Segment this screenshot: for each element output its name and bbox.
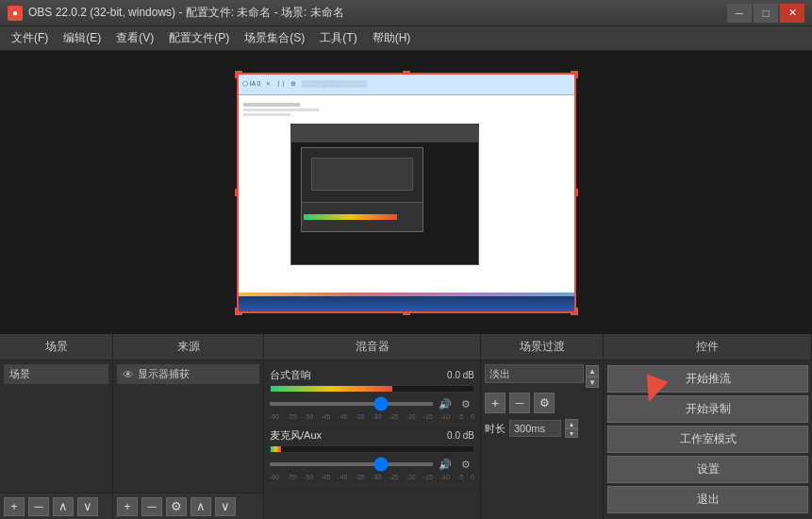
menu-sceneset[interactable]: 场景集合(S) (237, 27, 312, 49)
preview-taskbar (239, 296, 574, 311)
close-button[interactable]: ✕ (780, 4, 804, 23)
mixer-desktop-mute-button[interactable]: 🔊 (437, 395, 454, 412)
scene-up-button[interactable]: ∧ (53, 497, 74, 516)
source-remove-button[interactable]: ─ (141, 497, 162, 516)
duration-down-button[interactable]: ▼ (565, 428, 578, 438)
source-add-button[interactable]: + (117, 497, 138, 516)
preview-obs-window (290, 124, 479, 265)
header-source: 来源 (113, 334, 264, 360)
source-gear-button[interactable]: ⚙ (166, 497, 187, 516)
mixer-mic-header: 麦克风/Aux 0.0 dB (270, 428, 474, 443)
window-controls: ─ □ ✕ (727, 4, 804, 23)
mixer-mic-label: 麦克风/Aux (270, 428, 322, 443)
scene-remove-button[interactable]: ─ (28, 497, 49, 516)
preview-obs-inner (291, 142, 478, 264)
controls-content: 开始推流 开始录制 工作室模式 设置 退出 (604, 360, 812, 519)
controls-section: 开始推流 开始录制 工作室模式 设置 退出 (604, 360, 812, 519)
duration-spin: ▲ ▼ (565, 419, 578, 438)
mixer-content: 台式音响 0.0 dB 🔊 ⚙ -60-55-50-45-40-35-30-25… (264, 360, 480, 519)
preview-nested-window (301, 147, 423, 232)
preview-canvas[interactable]: ⬡ IA 0 × ⟨ ⟩ ⊕ ░░░░░░░░░░░░░░ (237, 73, 576, 313)
mixer-mic-gear-button[interactable]: ⚙ (457, 456, 474, 473)
source-visibility-icon[interactable]: 👁 (123, 368, 134, 381)
mixer-section: 台式音响 0.0 dB 🔊 ⚙ -60-55-50-45-40-35-30-25… (264, 360, 481, 519)
panel-content: 场景 + ─ ∧ ∨ 👁 显示器捕获 + ─ ⚙ ∧ ∨ (0, 360, 812, 519)
mixer-mic-controls: 🔊 ⚙ (270, 456, 474, 473)
scene-footer: + ─ ∧ ∨ (0, 493, 112, 519)
titlebar: ● OBS 22.0.2 (32-bit, windows) - 配置文件: 未… (0, 0, 812, 26)
transition-add-row: + ─ ⚙ (485, 393, 599, 413)
source-item-label: 显示器捕获 (138, 367, 190, 381)
mixer-mic-scale: -60-55-50-45-40-35-30-25-20-15-10-50 (270, 474, 474, 480)
scene-add-button[interactable]: + (4, 497, 25, 516)
source-section: 👁 显示器捕获 + ─ ⚙ ∧ ∨ (113, 360, 264, 519)
source-up-button[interactable]: ∧ (191, 497, 211, 516)
mixer-mic-meter (270, 445, 474, 453)
maximize-button[interactable]: □ (754, 4, 778, 23)
transition-select-row: 淡出 ▲ ▼ (485, 364, 599, 389)
transition-spin-buttons: ▲ ▼ (586, 365, 599, 388)
panel-headers: 场景 来源 混音器 场景过渡 控件 (0, 334, 812, 360)
start-stream-button[interactable]: 开始推流 (607, 365, 808, 393)
minimize-button[interactable]: ─ (727, 4, 752, 23)
mixer-desktop-db: 0.0 dB (447, 370, 474, 380)
preview-area: ⬡ IA 0 × ⟨ ⟩ ⊕ ░░░░░░░░░░░░░░ (0, 51, 812, 334)
mixer-mic-db: 0.0 dB (447, 430, 474, 441)
preview-browser-bar: ⬡ IA 0 × ⟨ ⟩ ⊕ ░░░░░░░░░░░░░░ (239, 75, 574, 95)
header-mixer: 混音器 (264, 334, 481, 360)
settings-button[interactable]: 设置 (607, 456, 808, 483)
menu-tools[interactable]: 工具(T) (312, 27, 364, 49)
source-down-button[interactable]: ∨ (215, 497, 236, 516)
mixer-mic-mute-button[interactable]: 🔊 (437, 456, 454, 473)
scene-down-button[interactable]: ∨ (77, 497, 98, 516)
mixer-mic-slider[interactable] (270, 462, 433, 466)
transition-type-select[interactable]: 淡出 (485, 364, 584, 383)
exit-button[interactable]: 退出 (607, 486, 808, 513)
transition-up-button[interactable]: ▲ (586, 365, 599, 377)
mixer-desktop-slider[interactable] (270, 402, 433, 406)
window-title: OBS 22.0.2 (32-bit, windows) - 配置文件: 未命名… (28, 5, 727, 21)
mixer-desktop-channel: 台式音响 0.0 dB 🔊 ⚙ -60-55-50-45-40-35-30-25… (266, 364, 478, 425)
header-scene: 场景 (0, 334, 113, 360)
app-icon: ● (8, 6, 23, 21)
mixer-desktop-header: 台式音响 0.0 dB (270, 368, 474, 382)
mixer-desktop-controls: 🔊 ⚙ (270, 395, 474, 412)
start-record-button[interactable]: 开始录制 (607, 395, 808, 423)
menu-file[interactable]: 文件(F) (4, 27, 56, 49)
menu-help[interactable]: 帮助(H) (365, 27, 419, 49)
preview-inner: ⬡ IA 0 × ⟨ ⟩ ⊕ ░░░░░░░░░░░░░░ (239, 75, 574, 311)
mixer-mic-channel: 麦克风/Aux 0.0 dB 🔊 ⚙ -60-55-50-45-40-35-30… (266, 425, 478, 485)
transition-section: 淡出 ▲ ▼ + ─ ⚙ 时长 300ms ▲ (481, 360, 604, 519)
preview-content: 🔴 (239, 95, 574, 311)
mixer-mic-level (271, 446, 281, 452)
duration-input[interactable]: 300ms (509, 420, 561, 437)
menu-edit[interactable]: 编辑(E) (56, 27, 108, 49)
transition-gear-button[interactable]: ─ (509, 393, 530, 413)
transition-config-button[interactable]: ⚙ (534, 393, 555, 413)
menubar: 文件(F) 编辑(E) 查看(V) 配置文件(P) 场景集合(S) 工具(T) … (0, 26, 812, 51)
source-item[interactable]: 👁 显示器捕获 (117, 364, 259, 384)
duration-label: 时长 (485, 422, 505, 436)
header-transition: 场景过渡 (481, 334, 604, 360)
source-footer: + ─ ⚙ ∧ ∨ (113, 493, 263, 519)
scene-item[interactable]: 场景 (4, 364, 108, 384)
transition-add-button[interactable]: + (485, 393, 505, 413)
menu-config[interactable]: 配置文件(P) (161, 27, 237, 49)
duration-up-button[interactable]: ▲ (565, 419, 578, 428)
studio-mode-button[interactable]: 工作室模式 (607, 426, 808, 453)
bottom-panel: 场景 来源 混音器 场景过渡 控件 场景 + ─ ∧ ∨ (0, 334, 812, 519)
mixer-desktop-gear-button[interactable]: ⚙ (457, 395, 474, 412)
header-controls: 控件 (604, 334, 812, 360)
scene-section: 场景 + ─ ∧ ∨ (0, 360, 113, 519)
duration-row: 时长 300ms ▲ ▼ (485, 419, 599, 438)
transition-down-button[interactable]: ▼ (586, 377, 599, 388)
mixer-desktop-meter (270, 385, 474, 393)
transition-content: 淡出 ▲ ▼ + ─ ⚙ 时长 300ms ▲ (481, 360, 603, 519)
mixer-desktop-label: 台式音响 (270, 368, 311, 382)
scene-list: 场景 (0, 360, 112, 493)
menu-view[interactable]: 查看(V) (108, 27, 161, 49)
mixer-desktop-level (271, 386, 392, 392)
mixer-desktop-scale: -60-55-50-45-40-35-30-25-20-15-10-50 (270, 413, 474, 420)
source-list: 👁 显示器捕获 (113, 360, 263, 493)
